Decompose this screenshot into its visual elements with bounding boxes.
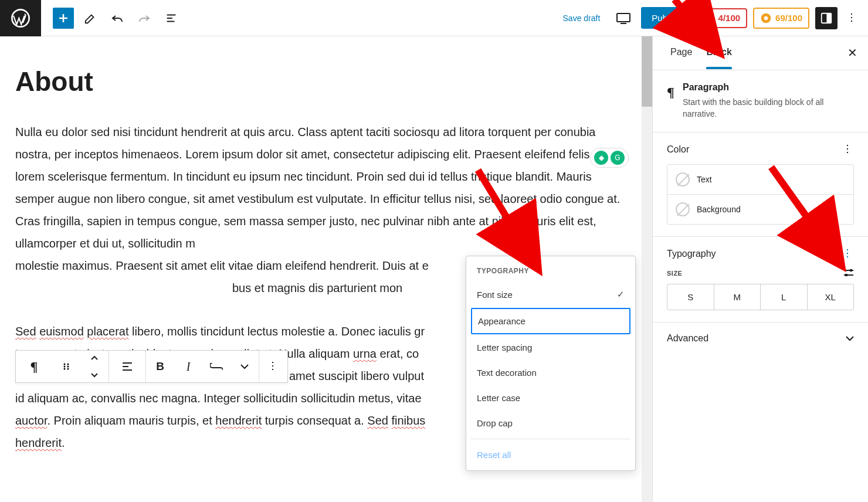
seo-score-value: 4/100 xyxy=(718,13,741,23)
size-xl[interactable]: XL xyxy=(808,284,854,310)
bg-color-swatch xyxy=(676,202,690,216)
svg-rect-1 xyxy=(617,13,630,22)
block-name: Paragraph xyxy=(683,82,854,93)
svg-point-8 xyxy=(67,364,69,365)
typography-popup: TYPOGRAPHY Font size✓ Appearance Letter … xyxy=(466,256,636,471)
typo-option-text-decoration[interactable]: Text decoration xyxy=(471,361,630,385)
italic-icon[interactable]: I xyxy=(174,351,202,382)
font-size-presets: S M L XL xyxy=(667,284,854,310)
assistant-icon[interactable]: ◆ xyxy=(594,151,608,165)
svg-rect-6 xyxy=(827,13,831,23)
svg-point-4 xyxy=(764,16,768,20)
bold-icon[interactable]: B xyxy=(146,351,174,382)
block-description: Start with the basic building block of a… xyxy=(683,96,854,120)
readability-score-value: 69/100 xyxy=(775,13,802,23)
grammarly-icon[interactable]: G xyxy=(611,151,625,165)
typography-popup-header: TYPOGRAPHY xyxy=(471,267,630,281)
svg-point-12 xyxy=(67,368,69,370)
more-options-icon[interactable]: ⋯ xyxy=(843,13,861,23)
svg-point-9 xyxy=(64,366,66,368)
annotation-arrow-2 xyxy=(469,164,545,266)
settings-panel-toggle[interactable] xyxy=(815,7,838,29)
typo-option-appearance[interactable]: Appearance xyxy=(471,308,630,334)
readability-score-pill[interactable]: 69/100 xyxy=(753,8,809,29)
typo-option-letter-spacing[interactable]: Letter spacing xyxy=(471,335,630,359)
wordpress-logo[interactable] xyxy=(0,0,41,36)
drag-handle-icon[interactable] xyxy=(52,351,80,382)
edit-mode-icon[interactable] xyxy=(79,6,102,30)
svg-point-11 xyxy=(64,368,66,370)
preview-icon[interactable] xyxy=(612,6,635,30)
svg-point-7 xyxy=(64,364,66,365)
annotation-arrow-3 xyxy=(762,161,845,263)
svg-rect-13 xyxy=(850,269,852,272)
block-more-icon[interactable]: ⋯ xyxy=(259,351,287,382)
align-icon[interactable] xyxy=(109,351,145,382)
redo-icon[interactable] xyxy=(133,6,156,30)
color-section-header: Color xyxy=(667,144,689,155)
link-icon[interactable] xyxy=(202,351,230,382)
size-l[interactable]: L xyxy=(761,284,808,310)
settings-sidebar: Page Block ✕ ¶ Paragraph Start with the … xyxy=(652,36,868,502)
page-title[interactable]: About xyxy=(15,66,652,97)
typo-option-font-size[interactable]: Font size✓ xyxy=(471,282,630,307)
move-updown-icon[interactable] xyxy=(80,351,108,382)
svg-line-15 xyxy=(674,0,707,38)
typo-reset-all[interactable]: Reset all xyxy=(471,443,630,467)
paragraph-block-icon: ¶ xyxy=(667,82,674,100)
typo-option-letter-case[interactable]: Letter case xyxy=(471,386,630,410)
typo-option-drop-cap[interactable]: Drop cap xyxy=(471,411,630,435)
vertical-scrollbar[interactable] xyxy=(642,36,652,502)
top-bar: Save draft Publish 4/100 69/100 ⋯ xyxy=(0,0,868,36)
svg-line-16 xyxy=(478,170,528,252)
size-s[interactable]: S xyxy=(667,284,714,310)
svg-point-10 xyxy=(67,366,69,368)
block-toolbar: ¶ B I ⋯ xyxy=(15,350,288,383)
block-info: ¶ Paragraph Start with the basic buildin… xyxy=(667,82,854,120)
close-sidebar-icon[interactable]: ✕ xyxy=(847,46,857,60)
save-draft-button[interactable]: Save draft xyxy=(557,10,606,26)
color-options-icon[interactable]: ⋯ xyxy=(843,144,853,155)
undo-icon[interactable] xyxy=(106,6,129,30)
add-block-button[interactable] xyxy=(53,8,74,29)
size-m[interactable]: M xyxy=(714,284,761,310)
chevron-down-icon xyxy=(846,335,854,341)
check-icon: ✓ xyxy=(617,289,625,300)
size-settings-icon[interactable] xyxy=(843,269,854,278)
typography-section-header: Typography xyxy=(667,249,716,259)
more-format-icon[interactable] xyxy=(230,351,259,382)
svg-rect-14 xyxy=(845,274,847,276)
outline-icon[interactable] xyxy=(160,6,183,30)
text-color-swatch xyxy=(676,172,690,186)
annotation-arrow-1 xyxy=(669,0,721,51)
advanced-section-toggle[interactable]: Advanced xyxy=(653,323,868,354)
svg-line-17 xyxy=(771,167,830,249)
block-type-paragraph-icon[interactable]: ¶ xyxy=(16,351,52,382)
size-label: SIZE xyxy=(667,270,682,277)
grammarly-badges[interactable]: ◆ G xyxy=(590,148,629,168)
